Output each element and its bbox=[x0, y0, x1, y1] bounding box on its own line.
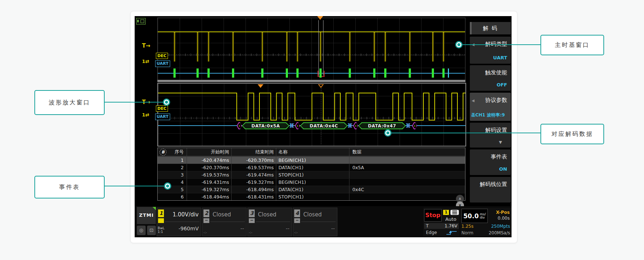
uart-stop-bit-marker: ][ bbox=[406, 122, 410, 129]
acquisition-state: Stop bbox=[424, 209, 442, 222]
zoom-cursor-marker[interactable] bbox=[318, 84, 324, 88]
menu-title: 解 码 bbox=[470, 22, 511, 34]
window-time: 1.25s bbox=[461, 224, 473, 229]
timebase-status-block[interactable]: 50.0 ms/div X-Pos 0.00s 1.25s 250Mpts No… bbox=[460, 208, 512, 236]
ch1-pulse bbox=[208, 32, 209, 62]
trigger-mode: Auto bbox=[442, 216, 459, 222]
channel-offset: -960mV bbox=[179, 226, 199, 231]
logo-corner-flag bbox=[153, 207, 156, 210]
uart-label: UART bbox=[155, 60, 170, 67]
table-row[interactable]: 4-619.431ms-619.327msBEGIN(CH1) bbox=[158, 178, 465, 186]
menu-item-decode-settings[interactable]: 解码设置 ▼ bbox=[470, 123, 511, 148]
screen-capture-button[interactable]: ⊡ bbox=[147, 226, 156, 235]
callout-connector bbox=[103, 102, 164, 103]
event-table: B 序号 开始时间 结束时间 名称 数据 1-620.474ms-620.370… bbox=[157, 148, 465, 201]
ch1-pulse bbox=[320, 32, 321, 62]
callout-anchor bbox=[164, 182, 171, 190]
ch1-pulse bbox=[197, 32, 198, 62]
window-divider[interactable] bbox=[157, 80, 465, 82]
ch1-pulse bbox=[432, 32, 434, 62]
bus-icon[interactable]: B bbox=[160, 149, 166, 156]
ch1-pulse bbox=[286, 32, 288, 62]
channel-status: Closed bbox=[258, 211, 276, 218]
ch1-pulse bbox=[232, 32, 234, 62]
decode-activity-tick bbox=[384, 68, 386, 78]
menu-item-decode-line-position[interactable]: 解码线位置 bbox=[470, 177, 511, 203]
uart-bus-line bbox=[158, 73, 465, 74]
dc-coupling-icon bbox=[158, 218, 164, 223]
trigger-t-label: T bbox=[426, 223, 428, 229]
decode-activity-tick bbox=[432, 68, 434, 78]
table-row[interactable]: 2-620.370ms-619.537msDATA(CH1)0x5A bbox=[158, 164, 465, 171]
menu-item-decode-type[interactable]: ◀ 解码类型 UART bbox=[470, 37, 511, 64]
channel-status: Closed bbox=[303, 211, 322, 218]
callout-connector bbox=[103, 186, 165, 186]
trigger-coupling-icon bbox=[450, 210, 459, 215]
coupling-badge: − bbox=[249, 218, 255, 223]
page: ‹ DATA:0x5A ][ ‹ DATA:0x4C ][ ‹ DATA:0x4… bbox=[0, 0, 644, 260]
decode-activity-tick bbox=[349, 68, 351, 78]
channel-scale: 1.00V/div bbox=[173, 211, 199, 218]
channel-2-block[interactable]: 2 − Closed -- -:- bbox=[202, 208, 247, 236]
callout-decoded-data: 对应解码数据 bbox=[540, 124, 604, 144]
brand-logo: ZTMI bbox=[137, 207, 156, 224]
decode-activity-tick bbox=[373, 68, 375, 78]
rising-edge-icon bbox=[446, 230, 457, 236]
menu-item-event-table[interactable]: 事件表 ON bbox=[470, 149, 511, 175]
channel1-marker[interactable]: 1⇄ bbox=[142, 59, 149, 64]
decode-frame-tick bbox=[448, 68, 449, 78]
menu-item-protocol-params[interactable]: ◀ 协议参数 圣CH1 波特率:9 bbox=[470, 93, 511, 121]
dec-label: DEC bbox=[156, 53, 168, 59]
bandwidth-label: BwL1:1 bbox=[158, 226, 165, 234]
decode-activity-tick bbox=[319, 68, 322, 78]
table-row[interactable]: 3-619.537ms-619.474msSTOP(CH1) bbox=[158, 171, 465, 178]
ch1-pulse bbox=[262, 32, 263, 62]
zoom-dec-label: DEC bbox=[156, 105, 168, 112]
decode-activity-tick bbox=[196, 68, 199, 78]
trigger-level-marker[interactable]: T→ bbox=[142, 42, 150, 49]
trigger-position-marker[interactable] bbox=[317, 16, 323, 20]
decode-activity-tick bbox=[207, 68, 210, 78]
channel-offset: -- bbox=[286, 226, 289, 231]
channel-number-badge: 4 bbox=[294, 209, 300, 217]
channel-offset: -- bbox=[240, 226, 244, 231]
channel-1-block[interactable]: 1 1.00V/div -960mV BwL1:1 bbox=[157, 208, 201, 236]
callout-zoom-window: 波形放大窗口 bbox=[34, 90, 105, 115]
x-pos-label: X-Pos bbox=[496, 210, 510, 215]
channel-3-block[interactable]: 3 − Closed -- -:- bbox=[247, 208, 292, 236]
table-row[interactable]: 6-618.494ms-618.431msSTOP(CH1) bbox=[158, 193, 465, 200]
ch1-pulse bbox=[409, 32, 411, 62]
waveform-zoom-window: ‹ DATA:0x5A ][ ‹ DATA:0x4C ][ ‹ DATA:0x4… bbox=[157, 83, 466, 146]
event-table-header: B 序号 开始时间 结束时间 名称 数据 bbox=[158, 148, 465, 156]
col-header-end: 结束时间 bbox=[232, 148, 276, 156]
capture-icon[interactable] bbox=[136, 18, 146, 25]
zoom-channel1-marker[interactable]: 1⇄ bbox=[142, 112, 149, 118]
decode-activity-tick bbox=[286, 68, 288, 78]
touch-mode-button[interactable]: ◎ bbox=[137, 226, 146, 235]
decode-activity-tick bbox=[409, 68, 411, 78]
decode-activity-tick bbox=[442, 68, 445, 78]
channel-4-block[interactable]: 4 − Closed -- -:- bbox=[293, 208, 337, 236]
ch1-pulse bbox=[385, 32, 386, 62]
zoom-trigger-marker[interactable] bbox=[258, 84, 263, 88]
zoom-uart-label: UART bbox=[155, 114, 170, 120]
decode-activity-tick bbox=[232, 68, 234, 78]
table-row[interactable]: 1-620.474ms-620.370msBEGIN(CH1) bbox=[158, 156, 465, 164]
table-row[interactable]: 5-619.327ms-618.494msDATA(CH1)0x4C bbox=[158, 186, 465, 193]
callout-connector bbox=[391, 133, 540, 133]
trigger-level: 1.76V bbox=[445, 223, 457, 229]
oscilloscope-screen: ‹ DATA:0x5A ][ ‹ DATA:0x4C ][ ‹ DATA:0x4… bbox=[135, 16, 512, 237]
callout-anchor bbox=[455, 41, 463, 48]
menu-item-trigger-enable[interactable]: 触发使能 OFF bbox=[470, 65, 511, 91]
decode-activity-tick bbox=[261, 68, 263, 78]
callout-main-timebase: 主时基窗口 bbox=[540, 35, 604, 55]
channel-number-badge: 3 bbox=[249, 209, 255, 217]
channel-status: Closed bbox=[213, 211, 231, 218]
callout-anchor bbox=[384, 129, 392, 137]
col-header-name: 名称 bbox=[276, 148, 349, 156]
trigger-status-block[interactable]: Stop 1 Auto T 1.76V Edge bbox=[423, 208, 460, 236]
decode-activity-tick bbox=[296, 68, 299, 78]
uart-data-bubble: DATA:0x5A bbox=[242, 122, 289, 129]
callout-connector bbox=[462, 44, 540, 45]
acquisition-mode: Norm bbox=[461, 230, 473, 235]
